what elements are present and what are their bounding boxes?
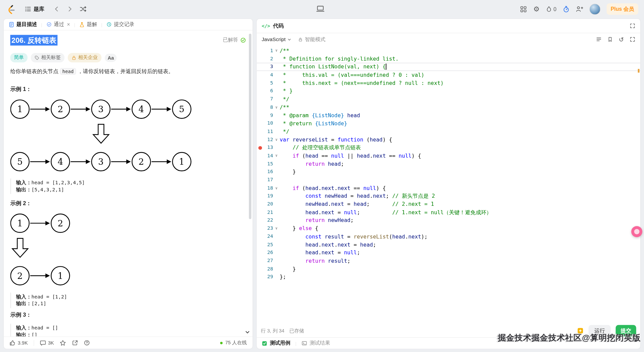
line-number[interactable]: 1	[262, 47, 273, 55]
code-line[interactable]: 16 }	[257, 168, 640, 176]
breakpoint-gutter[interactable]	[257, 63, 262, 71]
fold-icon[interactable]: ∨	[273, 47, 280, 55]
code-line[interactable]: 27 return result;	[257, 257, 640, 265]
smart-mode-toggle[interactable]: 智能模式	[298, 36, 325, 43]
format-lines-icon[interactable]	[596, 36, 602, 42]
breakpoint-gutter[interactable]	[257, 176, 262, 184]
floating-feedback-badge[interactable]	[631, 226, 642, 237]
back-button[interactable]	[53, 6, 60, 12]
comments-button[interactable]: 3K	[40, 340, 54, 346]
breakpoint-gutter[interactable]	[257, 55, 262, 63]
breakpoint-gutter[interactable]	[257, 128, 262, 136]
line-number[interactable]: 26	[262, 249, 273, 257]
breakpoint-gutter[interactable]	[257, 208, 262, 216]
timer-icon[interactable]	[563, 5, 570, 12]
breakpoint-gutter[interactable]	[257, 249, 262, 257]
scroll-down-icon[interactable]	[245, 329, 250, 335]
related-tags-button[interactable]: 相关标签	[31, 53, 64, 62]
breakpoint-gutter[interactable]	[257, 71, 262, 79]
code-line[interactable]: 21 head.next = null; // 1.next = null（关键…	[257, 208, 640, 216]
breakpoint-gutter[interactable]	[257, 111, 262, 120]
breakpoint-gutter[interactable]	[257, 257, 262, 265]
close-tab-icon[interactable]: ×	[67, 21, 70, 27]
breakpoint-gutter[interactable]	[257, 103, 262, 111]
user-avatar[interactable]	[589, 3, 601, 14]
fold-icon[interactable]: ∨	[273, 224, 280, 232]
breakpoint-gutter[interactable]	[257, 265, 262, 273]
code-line[interactable]: 14∨ if (head == null || head.next == nul…	[257, 152, 640, 160]
code-line[interactable]: 9 * @param {ListNode} head	[257, 111, 640, 120]
line-number[interactable]: 10	[262, 120, 273, 128]
breakpoint-gutter[interactable]	[257, 241, 262, 249]
breakpoint-dot[interactable]	[258, 146, 262, 150]
code-line[interactable]: 12∨var reverseList = function (head) {	[257, 136, 640, 144]
favorite-star-icon[interactable]	[60, 340, 66, 346]
code-line[interactable]: 17	[257, 176, 640, 184]
breakpoint-gutter[interactable]	[257, 160, 262, 168]
line-number[interactable]: 16	[262, 168, 273, 176]
code-line[interactable]: 4 * this.val = (val===undefined ? 0 : va…	[257, 71, 640, 79]
line-number[interactable]: 19	[262, 192, 273, 200]
line-number[interactable]: 13	[262, 144, 273, 152]
language-select[interactable]: JavaScript	[262, 36, 292, 42]
line-number[interactable]: 2	[262, 55, 273, 63]
line-number[interactable]: 20	[262, 200, 273, 209]
breakpoint-gutter[interactable]	[257, 87, 262, 95]
leetcode-logo[interactable]	[6, 4, 16, 14]
plus-membership-button[interactable]: Plus 会员	[607, 3, 638, 15]
breakpoint-gutter[interactable]	[257, 232, 262, 241]
line-number[interactable]: 6	[262, 87, 273, 95]
code-line[interactable]: 29};	[257, 273, 640, 281]
breakpoint-gutter[interactable]	[257, 120, 262, 128]
breakpoint-gutter[interactable]	[257, 136, 262, 144]
expand-panel-icon[interactable]	[630, 23, 635, 29]
code-line[interactable]: 15 return head;	[257, 160, 640, 168]
breakpoint-gutter[interactable]	[257, 273, 262, 281]
code-line[interactable]: 2 * Definition for singly-linked list.	[257, 55, 640, 63]
line-number[interactable]: 21	[262, 208, 273, 216]
tab-solutions[interactable]: 题解	[79, 21, 98, 28]
line-number[interactable]: 14	[262, 152, 273, 160]
breakpoint-gutter[interactable]	[257, 168, 262, 176]
line-number[interactable]: 22	[262, 216, 273, 224]
line-number[interactable]: 8	[262, 103, 273, 111]
code-line[interactable]: 3 * function ListNode(val, next) {	[257, 63, 640, 71]
line-number[interactable]: 27	[262, 257, 273, 265]
reset-code-icon[interactable]: ↺	[619, 36, 624, 42]
bookmark-icon[interactable]	[608, 36, 613, 42]
line-number[interactable]: 25	[262, 241, 273, 249]
related-companies-button[interactable]: 相关企业	[68, 53, 101, 62]
line-number[interactable]: 24	[262, 232, 273, 241]
tab-passed[interactable]: 通过 ×	[46, 21, 71, 28]
like-button[interactable]: 3.9K	[9, 340, 28, 346]
code-line[interactable]: 18∨ if (head.next.next == null) {	[257, 184, 640, 192]
line-number[interactable]: 18	[262, 184, 273, 192]
code-line[interactable]: 23∨ } else {	[257, 224, 640, 232]
feedback-question-icon[interactable]	[84, 340, 90, 346]
fold-icon[interactable]: ∨	[273, 152, 280, 160]
settings-gear-icon[interactable]: ⚙	[533, 5, 540, 12]
line-number[interactable]: 7	[262, 95, 273, 103]
line-number[interactable]: 12	[262, 136, 273, 144]
line-number[interactable]: 17	[262, 176, 273, 184]
line-number[interactable]: 3	[262, 63, 273, 71]
breakpoint-gutter[interactable]	[257, 47, 262, 55]
code-line[interactable]: 24 const result = reverseList(head.next)…	[257, 232, 640, 241]
breakpoint-gutter[interactable]	[257, 216, 262, 224]
debugger-button[interactable]	[316, 5, 324, 12]
code-line[interactable]: 11 */	[257, 128, 640, 136]
fold-icon[interactable]: ∨	[273, 184, 280, 192]
fold-icon[interactable]: ∨	[273, 103, 280, 111]
code-editor[interactable]: 1∨/**2 * Definition for singly-linked li…	[257, 45, 640, 322]
breakpoint-gutter[interactable]	[257, 144, 262, 152]
breakpoint-gutter[interactable]	[257, 79, 262, 87]
difficulty-badge[interactable]: 简单	[10, 53, 27, 62]
tab-result[interactable]: 测试结果	[301, 340, 330, 347]
code-line[interactable]: 13 // 处理空链表或单节点链表	[257, 144, 640, 152]
code-line[interactable]: 20 newHead.next = head; // 2.next = 1	[257, 200, 640, 209]
daily-streak[interactable]: 0	[546, 6, 556, 12]
line-number[interactable]: 23	[262, 224, 273, 232]
fold-icon[interactable]: ∨	[273, 136, 280, 144]
code-line[interactable]: 26 head.next = null;	[257, 249, 640, 257]
breakpoint-gutter[interactable]	[257, 152, 262, 160]
